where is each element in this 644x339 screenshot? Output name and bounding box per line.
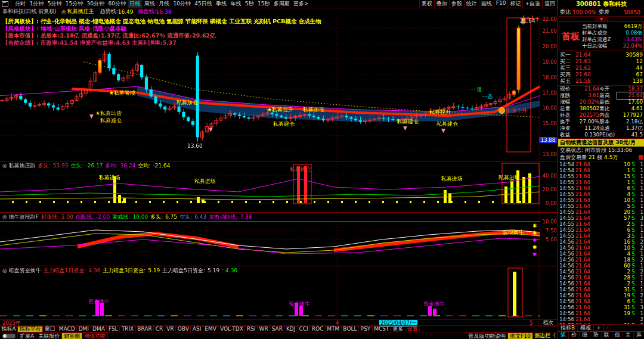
- tick-row: 14:5521.641S1: [558, 179, 644, 185]
- chart-area[interactable]: 22.0021.0020.0019.0018.0017.0016.0015.00…: [0, 15, 558, 319]
- status-button-关联报价[interactable]: 关联报价: [36, 332, 62, 339]
- stock-code-name[interactable]: 300801 泰和科技: [558, 0, 644, 8]
- quote-panel: 300801 泰和科技 委比 100.00% 委差 30850 ▼ 首板 当前封…: [558, 0, 644, 339]
- axis-label: 20.00: [538, 43, 557, 49]
- weicha-label: 委差: [599, 8, 609, 16]
- weibi-row: 委比 100.00% 委差 30850: [558, 8, 644, 17]
- toolbar-button-+自选[interactable]: +自选: [522, 0, 543, 8]
- panel-tool--[interactable]: -: [603, 325, 611, 331]
- pane3-chart[interactable]: [0, 212, 540, 266]
- pane4-chart[interactable]: [0, 266, 540, 319]
- period-tab-5秒[interactable]: 5秒: [243, 0, 256, 8]
- toolbar-button-返回[interactable]: 返回: [542, 0, 558, 8]
- status-left-buttons: 扩展A关联报价财富圈增值功能: [18, 332, 108, 339]
- period-tab-15分钟[interactable]: 15分钟: [64, 0, 85, 8]
- axis-label: 21.00: [538, 28, 557, 34]
- toggle-switch[interactable]: [2, 334, 16, 338]
- indicator-reading: 7.38: [240, 214, 252, 220]
- weibi-value: 100.00%: [572, 10, 596, 15]
- period-tab-45日线[interactable]: 45日线: [193, 0, 214, 8]
- toolbar-button-参股[interactable]: 参股: [449, 0, 465, 8]
- chart-label: 私募建仓: [273, 120, 295, 128]
- panel-tool-指标B[interactable]: 指标B: [558, 325, 578, 331]
- period-tab-60分钟[interactable]: 60分钟: [106, 0, 128, 8]
- toolbar-button-叠加[interactable]: 叠加: [434, 0, 450, 8]
- period-tab-15秒[interactable]: 15秒: [256, 0, 272, 8]
- tick-row: 14:5521.646S1: [558, 185, 644, 191]
- period-tab-分时[interactable]: 分时: [13, 0, 27, 8]
- panel-tab-价[interactable]: 价: [569, 332, 580, 339]
- panel-tab-笔[interactable]: 笔: [558, 332, 569, 339]
- toolbar-button-标记[interactable]: 标记: [507, 0, 523, 8]
- panel-tool-模板[interactable]: 模板: [577, 325, 594, 331]
- subscription-banner[interactable]: 自动续费通达信普及版 30元/月: [558, 139, 644, 147]
- pane-divider[interactable]: [0, 161, 558, 161]
- chart-label: 牛股主升: [506, 107, 527, 115]
- indicator-reading: 多头:: [150, 214, 163, 220]
- trade-status-row: 交易状态: 闭市阶段 15:33:06: [558, 147, 644, 154]
- tick-row: 14:5521.6415S1: [558, 173, 644, 179]
- chart-toolbar: 复权叠加参股统计画线F10标记+自选返回: [420, 0, 558, 8]
- pane2-header: ◎ 私募擒庄副多头:53.93空头:-26.17多均:38.24空均:-21.6…: [2, 162, 538, 169]
- window-icon[interactable]: [2, 1, 8, 7]
- stat-row: 涨幅20.02%最低17.60: [558, 99, 644, 105]
- panel-tab-联[interactable]: 联: [602, 332, 612, 339]
- status-button-财富圈[interactable]: 财富圈: [61, 332, 82, 339]
- panel-collapse-handle[interactable]: ▼: [558, 17, 644, 21]
- axis-label: 7.50: [538, 228, 557, 234]
- tick-row: 14:5621.642S2: [558, 269, 644, 275]
- period-tab-月线[interactable]: 月线: [157, 0, 171, 8]
- status-button-扩展A[interactable]: 扩展A: [17, 332, 36, 339]
- axis-label: 5.00: [538, 237, 557, 242]
- tick-list[interactable]: 14:5421.6410S114:5421.641S114:5521.6415S…: [558, 161, 644, 324]
- chart-label: ▼: [403, 125, 407, 131]
- toolbar-button-统计[interactable]: 统计: [464, 0, 479, 8]
- pane-divider[interactable]: [0, 212, 558, 213]
- period-tab-多周期[interactable]: 多周期: [272, 0, 292, 8]
- tick-row: 14:5621.642S1: [558, 281, 644, 287]
- toolbar-button-F10[interactable]: F10: [494, 0, 509, 8]
- toolbar-button-画线[interactable]: 画线: [479, 0, 494, 8]
- period-tab-周线[interactable]: 周线: [142, 0, 156, 8]
- board-metric-row: 十日总涨幅32.04%: [582, 43, 642, 49]
- period-tab-更多>[interactable]: 更多>: [292, 0, 311, 8]
- period-tab-日线[interactable]: 日线: [128, 0, 142, 8]
- panel-tab-细[interactable]: 细: [580, 332, 590, 339]
- indicator-reading: 主力暗盘1日资金:: [44, 268, 86, 273]
- indicator-reading: 起涨线:: [41, 214, 59, 220]
- panel-tool-+[interactable]: +: [593, 325, 604, 331]
- period-tab-5分钟[interactable]: 5分钟: [45, 0, 63, 8]
- stock-stats: 现价21.64今开18.37涨跌3.61最高21.64涨幅20.02%最低17.…: [558, 86, 644, 139]
- panel-tab-势[interactable]: 势: [590, 332, 601, 339]
- app-window: 分时1分钟5分钟15分钟30分钟60分钟日线周线月线10分钟45日线季线年线5秒…: [0, 0, 644, 339]
- weicha-value: 30850: [623, 10, 640, 15]
- period-tab-10分钟[interactable]: 10分钟: [171, 0, 193, 8]
- period-tab-年线[interactable]: 年线: [228, 0, 243, 8]
- period-tab-1分钟[interactable]: 1分钟: [27, 0, 45, 8]
- tick-row: 14:5521.643S1: [558, 233, 644, 239]
- period-tab-季线[interactable]: 季线: [214, 0, 228, 8]
- axis-label: 18.00: [538, 74, 557, 80]
- ops-line-label: 操盘线:: [138, 8, 156, 15]
- panel-tab-值[interactable]: 值: [612, 332, 623, 339]
- board-metric-row: 封单占成交0.08倍: [582, 30, 642, 36]
- board-metric-row: 封单占流通Z3.43%: [582, 36, 642, 43]
- main-indicator-name[interactable]: 私募擒庄主: [67, 8, 94, 15]
- axis-label: 40.00: [538, 173, 557, 179]
- toolbar-button-复权[interactable]: 复权: [419, 0, 435, 8]
- panel-tab-筹[interactable]: 筹: [634, 332, 644, 339]
- axis-label: 20.00: [538, 186, 557, 192]
- period-tabs: 分时1分钟5分钟15分钟30分钟60分钟日线周线月线10分钟45日线季线年线5秒…: [11, 0, 311, 8]
- tick-row: 14:5521.6410S1: [558, 197, 644, 203]
- alert-icon[interactable]: [639, 155, 643, 160]
- chart-label: 13.60: [187, 143, 203, 149]
- pane-divider[interactable]: [0, 266, 558, 266]
- period-tab-30分钟[interactable]: 30分钟: [85, 0, 106, 8]
- info-line-1: 【所属板块】: 行业-化学制品 概念-锂电池概念 固态电池 钠电池 氢能源 节能…: [2, 18, 321, 25]
- status-button-增值功能[interactable]: 增值功能: [82, 332, 108, 339]
- status-button-图文F10[interactable]: 图文F10: [507, 332, 533, 339]
- status-button-侧边栏《[interactable]: 侧边栏《: [532, 332, 558, 339]
- status-button-普及版功能说明[interactable]: 普及版功能说明: [466, 332, 508, 339]
- tick-row: 14:5521.642S1: [558, 221, 644, 227]
- panel-tab-主[interactable]: 主: [623, 332, 634, 339]
